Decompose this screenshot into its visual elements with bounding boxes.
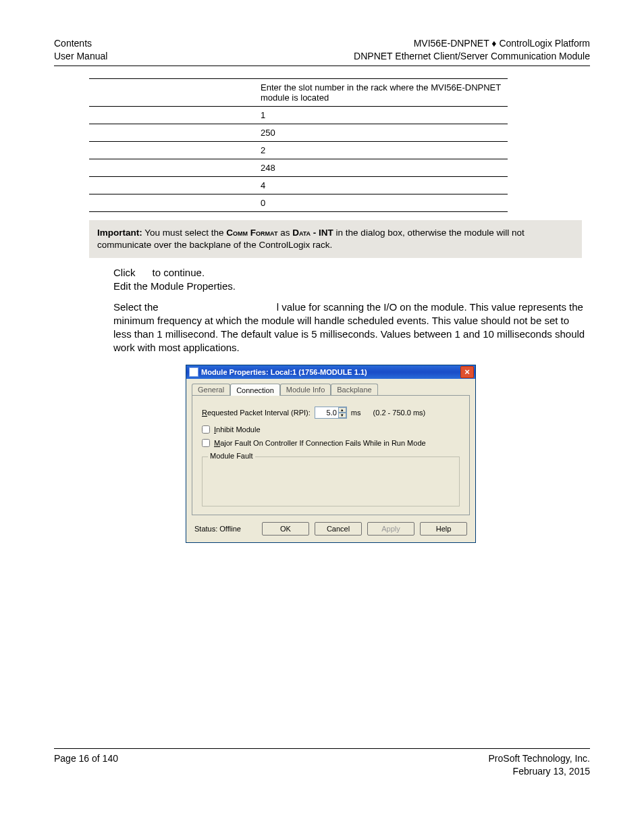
select-text-a: Select the [113, 301, 161, 313]
table-cell: 1 [257, 106, 508, 124]
tab-module-info[interactable]: Module Info [280, 384, 331, 395]
connection-panel: Requested Packet Interval (RPI): ▲ ▼ ms … [192, 395, 470, 515]
important-note: Important: You must select the Comm Form… [89, 220, 582, 258]
inhibit-label: Inhibit Module [214, 425, 261, 434]
rpi-label: Requested Packet Interval (RPI): [202, 409, 311, 417]
table-cell: Enter the slot number in the rack where … [257, 78, 508, 106]
dialog-titlebar[interactable]: Module Properties: Local:1 (1756-MODULE … [186, 365, 475, 379]
dialog-status: Status: Offline [194, 525, 257, 533]
header-user-manual: User Manual [54, 50, 107, 63]
cancel-button[interactable]: Cancel [315, 522, 362, 536]
close-icon: × [464, 367, 470, 376]
table-cell: 250 [257, 124, 508, 141]
window-icon [189, 367, 198, 377]
page-footer: Page 16 of 140 ProSoft Technology, Inc. … [54, 752, 590, 778]
rpi-input[interactable] [315, 408, 338, 417]
table-cell: 248 [257, 159, 508, 176]
rpi-spinner[interactable]: ▲ ▼ [315, 407, 347, 419]
major-fault-label: Major Fault On Controller If Connection … [214, 439, 426, 447]
instructions: Click to continue. Edit the Module Prope… [113, 266, 586, 294]
tab-general[interactable]: General [192, 384, 230, 395]
page-number: Page 16 of 140 [54, 752, 118, 778]
tab-connection[interactable]: Connection [230, 384, 280, 396]
footer-date: February 13, 2015 [489, 765, 590, 778]
rpi-unit: ms [351, 409, 361, 417]
header-product: MVI56E-DNPNET ♦ ControlLogix Platform [354, 37, 590, 50]
apply-button[interactable]: Apply [367, 522, 414, 536]
footer-divider [54, 748, 590, 749]
module-fault-group: Module Fault [202, 457, 460, 506]
to-continue-text: to continue. [149, 267, 205, 278]
module-properties-dialog: Module Properties: Local:1 (1756-MODULE … [186, 365, 476, 543]
header-contents: Contents [54, 37, 107, 50]
rpi-spin-down[interactable]: ▼ [338, 413, 346, 418]
header-divider [54, 66, 590, 66]
table-cell: 4 [257, 176, 508, 194]
param-table: Enter the slot number in the rack where … [89, 78, 508, 212]
page-header: Contents User Manual MVI56E-DNPNET ♦ Con… [54, 37, 590, 63]
dialog-tabs: General Connection Module Info Backplane [186, 379, 475, 395]
header-subtitle: DNPNET Ethernet Client/Server Communicat… [354, 50, 590, 63]
table-cell: 2 [257, 141, 508, 159]
inhibit-checkbox[interactable] [202, 425, 210, 434]
table-cell: 0 [257, 194, 508, 211]
click-text: Click [113, 267, 138, 278]
rpi-spin-up[interactable]: ▲ [338, 407, 346, 413]
module-fault-label: Module Fault [208, 452, 255, 460]
close-button[interactable]: × [460, 366, 474, 378]
rpi-range: (0.2 - 750.0 ms) [373, 409, 426, 417]
comm-format-label: Comm Format [226, 228, 277, 238]
important-text: as [277, 228, 292, 238]
company-name: ProSoft Technology, Inc. [489, 752, 590, 765]
major-fault-checkbox[interactable] [202, 439, 210, 447]
dialog-title: Module Properties: Local:1 (1756-MODULE … [201, 368, 460, 376]
help-button[interactable]: Help [420, 522, 467, 536]
ok-button[interactable]: OK [262, 522, 309, 536]
important-label: Important: [97, 228, 142, 238]
data-int-label: Data - INT [292, 228, 333, 238]
edit-line: Edit the Module Properties. [113, 280, 236, 292]
important-text: You must select the [142, 228, 227, 238]
tab-backplane[interactable]: Backplane [331, 384, 377, 395]
rpi-explanation: Select the l value for scanning the I/O … [113, 301, 586, 355]
